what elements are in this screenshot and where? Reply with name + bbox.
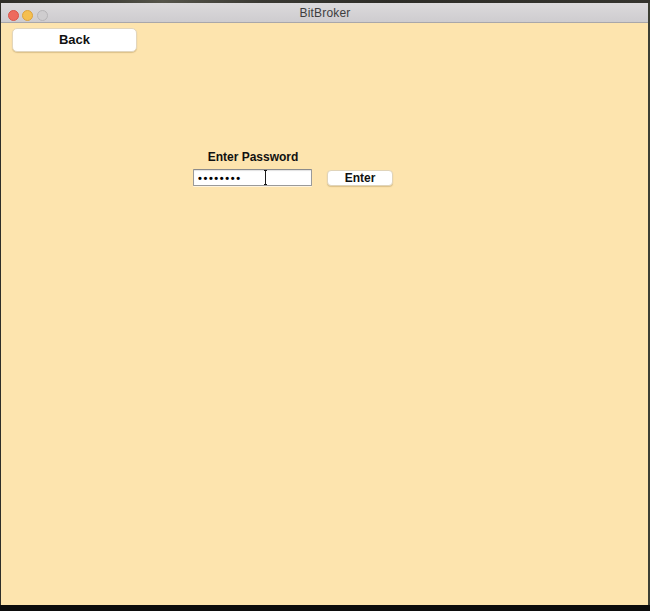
enter-button[interactable]: Enter (327, 170, 393, 186)
desktop-background: BitBroker Back Enter Password Enter (0, 0, 650, 611)
back-button[interactable]: Back (12, 28, 137, 52)
window-content (1, 23, 648, 605)
text-cursor-icon (265, 171, 266, 184)
password-input[interactable] (193, 169, 312, 186)
password-label: Enter Password (168, 150, 338, 164)
background-bottom-sliver (0, 605, 650, 611)
window-left-edge (0, 3, 1, 605)
window-title: BitBroker (1, 3, 649, 23)
window-titlebar[interactable]: BitBroker (1, 3, 649, 23)
